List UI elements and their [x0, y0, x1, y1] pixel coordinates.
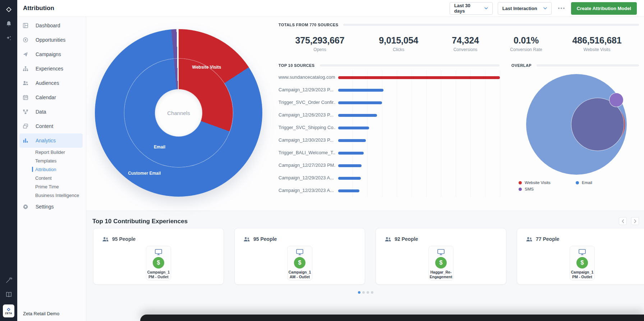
source-label[interactable]: Campaign_12/23/2023 A...: [279, 188, 335, 193]
pagination-dot-4[interactable]: [371, 291, 373, 294]
people-count-label: 95 People: [253, 236, 277, 242]
chevron-down-icon: [543, 7, 547, 9]
source-label[interactable]: Trigger_SVC_Shipping Co...: [279, 125, 335, 130]
channels-sunburst-chart[interactable]: Channels Website Visits Email Customer E…: [95, 29, 262, 197]
sidebar-item-dashboard[interactable]: Dashboard: [19, 18, 83, 33]
sidebar-item-analytics[interactable]: Analytics: [19, 133, 83, 148]
calendar-icon: [23, 94, 29, 101]
date-range-select[interactable]: Last 30 days: [450, 2, 493, 15]
source-label[interactable]: Campaign_12/29/2023 P...: [279, 87, 335, 92]
stat-label: Opens: [295, 47, 345, 52]
sidebar-subitem-content[interactable]: Content: [17, 174, 86, 182]
slice-label-customer-email: Customer Email: [128, 171, 161, 176]
source-bar[interactable]: [338, 89, 383, 92]
source-bar[interactable]: [338, 114, 377, 117]
notifications-bell-icon[interactable]: [4, 19, 13, 28]
knowledge-book-icon[interactable]: [4, 290, 13, 299]
stat-label: Conversion Rate: [510, 47, 542, 52]
top-sources-header-label: TOP 10 SOURCES: [279, 63, 315, 68]
source-bar[interactable]: [338, 164, 362, 167]
sidebar-subitem-business-intelligence[interactable]: Business Intelligence: [17, 191, 86, 200]
people-count-label: 95 People: [112, 236, 135, 242]
sidebar-subitem-templates[interactable]: Templates: [17, 156, 86, 165]
sidebar-item-experiences[interactable]: Experiences: [19, 61, 83, 76]
source-bar[interactable]: [338, 152, 364, 155]
chevron-down-icon: [484, 7, 488, 9]
sidebar-item-label: Settings: [36, 204, 54, 210]
signal-status-icon[interactable]: [4, 276, 13, 284]
bottom-dark-overlay: [140, 315, 644, 321]
experience-card[interactable]: 92 People$Haggar_Re- Engagement: [376, 228, 506, 285]
sidebar-subitem-report-builder[interactable]: Report Builder: [17, 148, 86, 156]
stat-website-visits: 486,516,681Website Visits: [572, 35, 622, 52]
stat-value: 74,324: [452, 35, 479, 46]
stat-label: Website Visits: [572, 47, 622, 52]
source-label[interactable]: Trigger_BALI_Welcome_T...: [279, 150, 335, 155]
source-label[interactable]: Trigger_SVC_Order Confir...: [279, 100, 335, 105]
legend-item-website-visits[interactable]: Website Visits: [519, 180, 551, 185]
attribution-page: ZETA Attribution Last 30 days Last Inter…: [0, 0, 644, 321]
source-label[interactable]: www.sundancecatalog.com: [279, 74, 335, 80]
settings-icon: [23, 203, 29, 210]
source-bar[interactable]: [338, 127, 369, 129]
sidebar-item-content[interactable]: Content: [19, 119, 83, 133]
overlap-header-label: OVERLAP: [511, 63, 532, 68]
monitor-icon: [437, 249, 445, 256]
pagination-dot-2[interactable]: [362, 291, 365, 294]
sidebar-item-label: Experiences: [36, 66, 63, 72]
more-options-button[interactable]: [557, 5, 566, 11]
sidebar-item-campaigns[interactable]: Campaigns: [19, 47, 83, 61]
legend-item-sms[interactable]: SMS: [519, 187, 534, 191]
experience-card[interactable]: 77 People$Campaign_1 PM - Outlet: [517, 228, 644, 285]
experience-card[interactable]: 95 People$Campaign_1 AM - Outlet: [234, 228, 365, 285]
sidebar-item-audiences[interactable]: Audiences: [19, 76, 83, 90]
data-icon: [23, 109, 29, 115]
sparkles-icon[interactable]: [4, 34, 13, 42]
source-label[interactable]: Campaign_12/29/2023 A...: [279, 175, 335, 180]
legend-item-email[interactable]: Email: [576, 180, 592, 185]
monitor-icon: [155, 249, 162, 256]
people-icon: [243, 237, 250, 242]
experience-node[interactable]: $Campaign_1 PM - Outlet: [146, 246, 171, 280]
campaigns-icon: [23, 51, 29, 58]
stat-conversions: 74,324Conversions: [452, 35, 479, 52]
source-bar[interactable]: [338, 76, 500, 79]
source-bar[interactable]: [338, 101, 382, 104]
sidebar-item-settings[interactable]: Settings: [19, 200, 83, 214]
app-icon-rail: ZETA: [0, 0, 17, 321]
attribution-model-select[interactable]: Last Interaction: [498, 2, 552, 15]
workspace-name[interactable]: Zeta Retail Demo: [23, 311, 59, 316]
experience-node[interactable]: $Haggar_Re- Engagement: [428, 246, 454, 280]
stat-value: 9,015,054: [379, 35, 418, 46]
zeta-brand-badge[interactable]: ZETA: [3, 304, 14, 317]
sidebar-item-calendar[interactable]: Calendar: [19, 90, 83, 105]
experience-card[interactable]: 95 People$Campaign_1 PM - Outlet: [93, 228, 224, 285]
venn-sms-circle[interactable]: [610, 93, 623, 107]
legend-dot: [519, 181, 522, 184]
experience-node[interactable]: $Campaign_1 PM - Outlet: [570, 246, 595, 280]
experience-node[interactable]: $Campaign_1 AM - Outlet: [287, 246, 312, 280]
source-label[interactable]: Campaign_12/30/2023 P...: [279, 137, 335, 143]
sidebar-nav: DashboardOpportunitiesCampaignsExperienc…: [17, 17, 86, 321]
sidebar-item-opportunities[interactable]: Opportunities: [19, 33, 83, 47]
source-bar[interactable]: [338, 189, 359, 192]
totals-header-label: TOTALS FROM 770 SOURCES: [279, 23, 338, 27]
stat-value: 486,516,681: [572, 35, 622, 46]
people-icon: [385, 237, 391, 242]
source-bar[interactable]: [338, 177, 361, 180]
zeta-diamond-logo-icon[interactable]: [4, 5, 13, 14]
carousel-prev-button[interactable]: [619, 217, 627, 225]
sidebar-item-label: Data: [36, 109, 46, 115]
source-bar[interactable]: [338, 139, 366, 142]
pagination-dot-1[interactable]: [358, 291, 360, 294]
source-label[interactable]: Campaign_12/27/2023 PM...: [279, 162, 335, 168]
pagination-dot-3[interactable]: [367, 291, 369, 294]
sidebar-item-data[interactable]: Data: [19, 105, 83, 119]
sidebar-subitem-attribution[interactable]: Attribution: [17, 165, 86, 174]
create-attribution-model-button[interactable]: Create Attribution Model: [571, 2, 637, 15]
legend-label: Website Visits: [525, 180, 551, 185]
source-label[interactable]: Campaign_12/26/2023 P...: [279, 112, 335, 118]
carousel-next-button[interactable]: [631, 217, 639, 225]
stat-label: Clicks: [379, 47, 418, 52]
sidebar-subitem-prime-time[interactable]: Prime Time: [17, 182, 86, 191]
